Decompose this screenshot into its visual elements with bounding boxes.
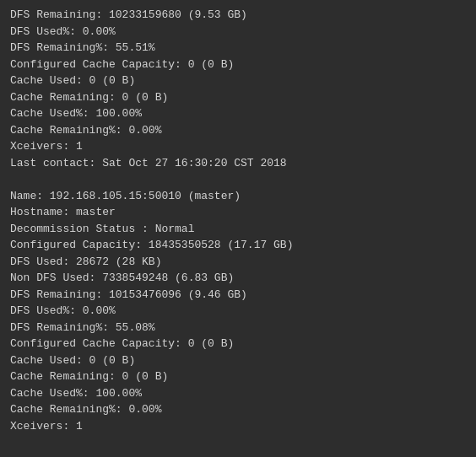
section-2-line-4: Configured Capacity: 18435350528 (17.17 … (10, 237, 466, 254)
section-2-line-6: Non DFS Used: 7338549248 (6.83 GB) (10, 270, 466, 287)
section-2: Name: 192.168.105.15:50010 (master) Host… (10, 188, 466, 435)
section-1-line-5: Cache Used: 0 (0 B) (10, 73, 466, 89)
section-2-line-13: Cache Used%: 100.00% (10, 385, 466, 402)
section-2-line-3: Decommission Status : Normal (10, 221, 466, 238)
terminal-container: DFS Remaining: 10233159680 (9.53 GB) DFS… (10, 7, 466, 434)
section-1-line-10: Last contact: Sat Oct 27 16:30:20 CST 20… (10, 155, 466, 172)
section-2-line-10: Configured Cache Capacity: 0 (0 B) (10, 336, 466, 352)
section-1-line-2: DFS Used%: 0.00% (10, 24, 466, 40)
section-1-line-7: Cache Used%: 100.00% (10, 105, 466, 122)
section-1-line-1: DFS Remaining: 10233159680 (9.53 GB) (10, 7, 466, 24)
section-2-line-9: DFS Remaining%: 55.08% (10, 320, 466, 336)
section-2-line-12: Cache Remaining: 0 (0 B) (10, 368, 466, 385)
section-2-line-8: DFS Used%: 0.00% (10, 303, 466, 320)
section-2-line-15: Xceivers: 1 (10, 418, 466, 435)
section-2-line-1: Name: 192.168.105.15:50010 (master) (10, 188, 466, 205)
blank-line-1 (10, 171, 466, 188)
section-1-line-3: DFS Remaining%: 55.51% (10, 40, 466, 56)
section-1-line-9: Xceivers: 1 (10, 138, 466, 155)
section-1-line-8: Cache Remaining%: 0.00% (10, 122, 466, 139)
section-2-line-14: Cache Remaining%: 0.00% (10, 401, 466, 418)
section-2-line-2: Hostname: master (10, 204, 466, 221)
section-1-line-4: Configured Cache Capacity: 0 (0 B) (10, 56, 466, 73)
section-2-line-7: DFS Remaining: 10153476096 (9.46 GB) (10, 287, 466, 304)
section-2-line-5: DFS Used: 28672 (28 KB) (10, 254, 466, 271)
section-1-line-6: Cache Remaining: 0 (0 B) (10, 89, 466, 106)
section-2-line-11: Cache Used: 0 (0 B) (10, 352, 466, 369)
section-1: DFS Remaining: 10233159680 (9.53 GB) DFS… (10, 7, 466, 171)
